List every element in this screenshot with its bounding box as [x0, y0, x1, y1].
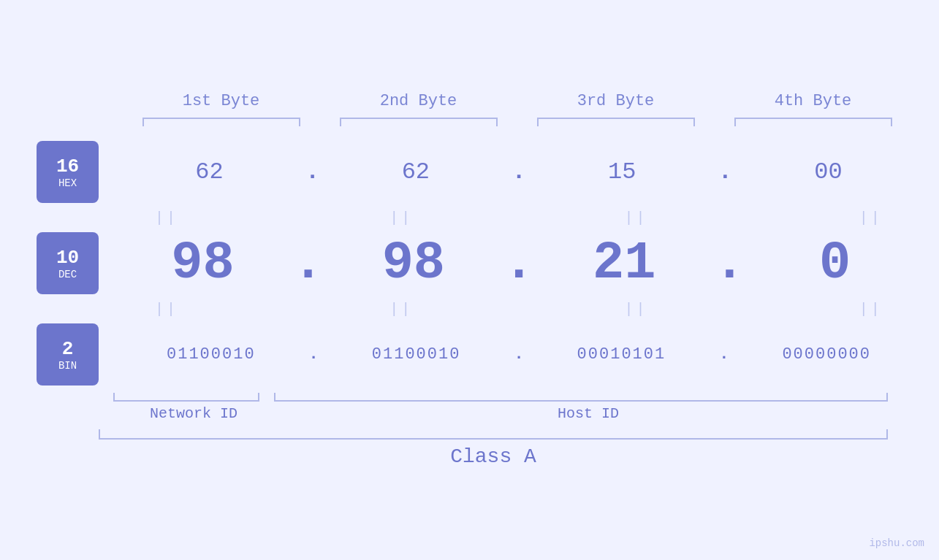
outer-bracket	[99, 429, 888, 440]
bin-val3: 00010101	[524, 345, 720, 364]
eq1: ||	[155, 210, 178, 226]
dec-row: 10 DEC 98 . 98 . 21 . 0	[0, 232, 939, 294]
dec-val3: 21	[535, 234, 714, 294]
hex-val1: 62	[113, 158, 305, 185]
header-byte2: 2nd Byte	[320, 92, 517, 110]
eq8: ||	[859, 301, 883, 318]
top-brackets	[123, 118, 912, 126]
bin-bytes: 01100010 . 01100010 . 00010101 . 0000000…	[99, 345, 939, 364]
bottom-section: Network ID Host ID Class A	[0, 393, 939, 468]
hex-badge-label: HEX	[58, 177, 77, 189]
dec-val4: 0	[745, 234, 924, 294]
hex-badge-num: 16	[56, 156, 79, 177]
hex-val3: 15	[526, 158, 718, 185]
network-id-label: Network ID	[99, 405, 289, 422]
bin-badge-label: BIN	[58, 360, 77, 372]
dec-bytes: 98 . 98 . 21 . 0	[99, 234, 939, 294]
hex-bytes: 62 . 62 . 15 . 00	[99, 158, 939, 185]
dec-dot1: .	[292, 234, 324, 294]
dec-dot3: .	[714, 234, 745, 294]
eq4: ||	[859, 210, 883, 226]
equals-row-1: || || || ||	[50, 203, 940, 232]
eq2: ||	[389, 210, 413, 226]
host-bracket	[274, 393, 888, 402]
eq6: ||	[389, 301, 413, 318]
dec-dot2: .	[503, 234, 534, 294]
network-bracket	[113, 393, 259, 402]
header-byte4: 4th Byte	[715, 92, 912, 110]
hex-val4: 00	[732, 158, 924, 185]
bin-dot1: .	[309, 345, 319, 364]
watermark: ipshu.com	[869, 537, 924, 549]
dec-val2: 98	[324, 234, 503, 294]
hex-val2: 62	[319, 158, 512, 185]
bin-val1: 01100010	[113, 345, 309, 364]
hex-dot3: .	[718, 158, 732, 185]
class-label: Class A	[99, 445, 888, 468]
byte-headers: 1st Byte 2nd Byte 3rd Byte 4th Byte	[123, 92, 912, 110]
bin-row: 2 BIN 01100010 . 01100010 . 00010101 . 0…	[0, 323, 939, 386]
header-byte1: 1st Byte	[123, 92, 320, 110]
bin-val4: 00000000	[729, 345, 924, 364]
eq3: ||	[625, 210, 648, 226]
eq5: ||	[155, 301, 178, 318]
bin-dot2: .	[514, 345, 523, 364]
dec-val1: 98	[113, 234, 292, 294]
dec-badge-num: 10	[56, 247, 79, 269]
host-id-label: Host ID	[289, 405, 888, 422]
hex-badge: 16 HEX	[37, 141, 99, 203]
bin-badge: 2 BIN	[37, 323, 99, 386]
eq7: ||	[625, 301, 648, 318]
bin-val2: 01100010	[319, 345, 514, 364]
main-container: 1st Byte 2nd Byte 3rd Byte 4th Byte 16 H…	[0, 0, 939, 560]
hex-row: 16 HEX 62 . 62 . 15 . 00	[0, 141, 939, 203]
hex-dot1: .	[305, 158, 319, 185]
bin-badge-num: 2	[62, 338, 74, 360]
dec-badge-label: DEC	[58, 269, 77, 280]
id-labels-row: Network ID Host ID	[99, 405, 888, 422]
equals-row-2: || || || ||	[50, 294, 940, 323]
bin-dot3: .	[719, 345, 729, 364]
bottom-brackets-row	[99, 393, 888, 402]
header-byte3: 3rd Byte	[517, 92, 715, 110]
dec-badge: 10 DEC	[37, 232, 99, 294]
hex-dot2: .	[512, 158, 525, 185]
